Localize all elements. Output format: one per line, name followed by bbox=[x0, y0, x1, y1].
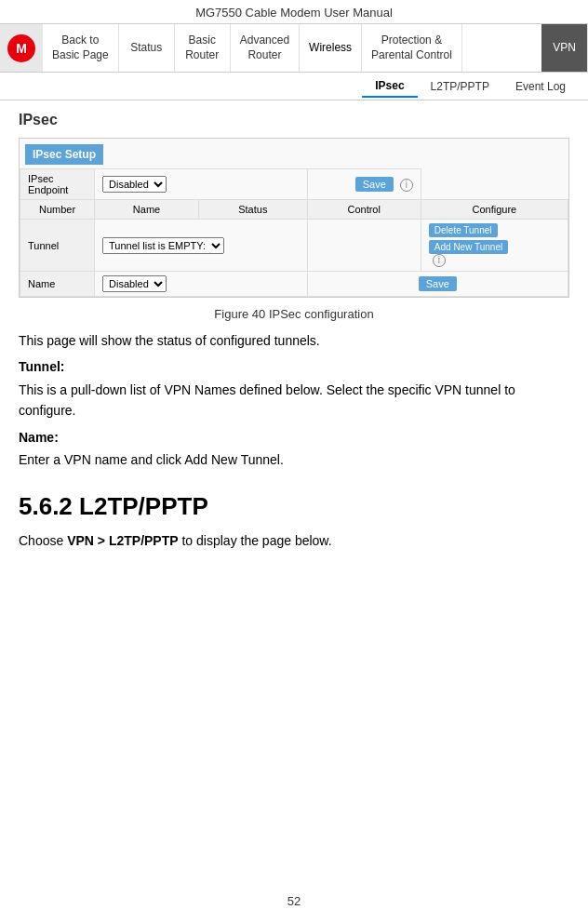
nav-wireless[interactable]: Wireless bbox=[300, 24, 362, 72]
nav-protection-label-line1: Protection & bbox=[381, 33, 442, 48]
main-content: IPsec IPsec Setup IPsec Endpoint Disable… bbox=[0, 100, 588, 576]
nav-status[interactable]: Status bbox=[119, 24, 175, 72]
nav-advanced-router[interactable]: Advanced Router bbox=[231, 24, 300, 72]
col-control: Control bbox=[307, 200, 421, 220]
top-nav: M Back to Basic Page Status Basic Router… bbox=[0, 24, 588, 73]
endpoint-dropdown[interactable]: Disabled bbox=[102, 176, 167, 193]
nav-basic-router-label-line2: Router bbox=[185, 48, 219, 63]
tunnel-section-label: Tunnel: bbox=[19, 356, 569, 377]
nav-back-label-line1: Back to bbox=[61, 33, 99, 48]
table-row-tunnel: Tunnel Tunnel list is EMPTY: Delete Tunn… bbox=[20, 220, 568, 272]
body-paragraph-1: This page will show the status of config… bbox=[19, 330, 569, 351]
col-status: Status bbox=[199, 200, 308, 220]
tunnel-dropdown-cell: Tunnel list is EMPTY: bbox=[95, 220, 308, 272]
tunnel-dropdown[interactable]: Tunnel list is EMPTY: bbox=[102, 237, 224, 254]
nav-advanced-router-label-line2: Router bbox=[247, 48, 281, 63]
sub-nav-eventlog[interactable]: Event Log bbox=[502, 76, 579, 97]
endpoint-info-icon[interactable]: i bbox=[400, 179, 413, 192]
nav-back-to-basic[interactable]: Back to Basic Page bbox=[43, 24, 119, 72]
table-row-name: Name Disabled Save bbox=[20, 272, 568, 297]
nav-wireless-label: Wireless bbox=[309, 41, 352, 56]
tunnel-info-icon[interactable]: i bbox=[433, 254, 446, 267]
nav-vpn-label: VPN bbox=[553, 41, 576, 56]
body-paragraph-2: This is a pull-down list of VPN Names de… bbox=[19, 380, 569, 421]
nav-protection[interactable]: Protection & Parental Control bbox=[362, 24, 462, 72]
name-save-cell: Save bbox=[307, 272, 568, 297]
name-save-button[interactable]: Save bbox=[419, 276, 457, 291]
intro-text: Choose bbox=[19, 533, 67, 548]
col-name: Name bbox=[95, 200, 199, 220]
nav-basic-router-label-line1: Basic bbox=[189, 33, 216, 48]
nav-status-label: Status bbox=[130, 41, 162, 56]
motorola-logo-icon: M bbox=[7, 33, 36, 63]
svg-text:M: M bbox=[16, 41, 27, 56]
body-paragraph-3: Enter a VPN name and click Add New Tunne… bbox=[19, 449, 569, 470]
page-title: MG7550 Cable Modem User Manual bbox=[0, 0, 588, 24]
figure-caption: Figure 40 IPSec configuration bbox=[19, 307, 569, 321]
sub-nav-l2tp[interactable]: L2TP/PPTP bbox=[418, 76, 502, 97]
name-section-label: Name: bbox=[19, 427, 569, 448]
table-headers-row: Number Name Status Control Configure bbox=[20, 200, 568, 220]
nav-advanced-router-label-line1: Advanced bbox=[240, 33, 289, 48]
tunnel-label: Tunnel bbox=[20, 220, 95, 272]
name-dropdown-cell: Disabled bbox=[95, 272, 308, 297]
tunnel-configure-cell: Delete Tunnel Add New Tunnel i bbox=[421, 220, 568, 272]
ipsec-table: IPsec Endpoint Disabled Save i Number Na… bbox=[20, 168, 568, 297]
endpoint-save-button[interactable]: Save bbox=[355, 177, 394, 192]
nav-basic-router[interactable]: Basic Router bbox=[175, 24, 231, 72]
ipsec-panel: IPsec Setup IPsec Endpoint Disabled Save… bbox=[19, 138, 569, 298]
intro-bold: VPN > L2TP/PPTP bbox=[67, 533, 178, 548]
name-dropdown[interactable]: Disabled bbox=[102, 275, 167, 292]
sub-nav-ipsec[interactable]: IPsec bbox=[362, 75, 417, 98]
tunnel-control-cell bbox=[307, 220, 421, 272]
tunnel-buttons: Delete Tunnel Add New Tunnel bbox=[429, 223, 560, 254]
section-562-heading: 5.6.2 L2TP/PPTP bbox=[19, 492, 569, 521]
endpoint-save-cell: Save i bbox=[307, 169, 421, 200]
nav-back-label-line2: Basic Page bbox=[52, 48, 109, 63]
endpoint-dropdown-cell: Disabled bbox=[95, 169, 308, 200]
delete-tunnel-button[interactable]: Delete Tunnel bbox=[429, 223, 498, 237]
nav-logo: M bbox=[0, 24, 43, 72]
endpoint-label: IPsec Endpoint bbox=[20, 169, 95, 200]
add-tunnel-button[interactable]: Add New Tunnel bbox=[429, 240, 508, 254]
col-number: Number bbox=[20, 200, 95, 220]
ipsec-heading: IPsec bbox=[19, 112, 569, 128]
table-row-endpoint: IPsec Endpoint Disabled Save i bbox=[20, 169, 568, 200]
sub-nav: IPsec L2TP/PPTP Event Log bbox=[0, 73, 588, 100]
page-number: 52 bbox=[0, 894, 588, 908]
nav-vpn[interactable]: VPN bbox=[541, 24, 588, 72]
intro-end: to display the page below. bbox=[179, 533, 332, 548]
nav-protection-label-line2: Parental Control bbox=[371, 48, 452, 63]
ipsec-panel-header: IPsec Setup bbox=[25, 144, 103, 165]
section-562-intro: Choose VPN > L2TP/PPTP to display the pa… bbox=[19, 530, 569, 551]
name-label: Name bbox=[20, 272, 95, 297]
col-configure: Configure bbox=[421, 200, 568, 220]
